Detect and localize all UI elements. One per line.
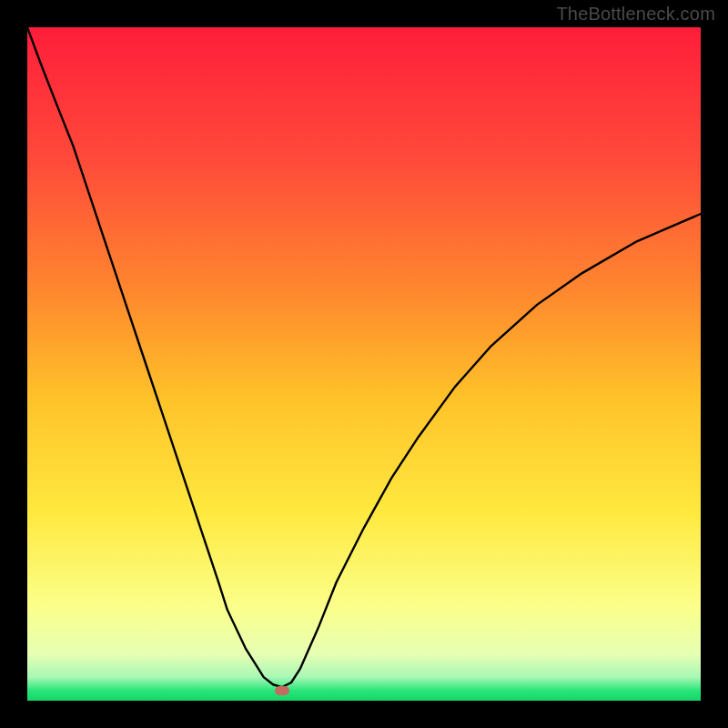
bottleneck-chart [27, 27, 701, 701]
chart-frame: TheBottleneck.com [0, 0, 728, 728]
watermark-text: TheBottleneck.com [556, 4, 715, 25]
optimum-marker [275, 686, 289, 695]
gradient-background [27, 27, 701, 701]
plot-area [27, 27, 701, 701]
